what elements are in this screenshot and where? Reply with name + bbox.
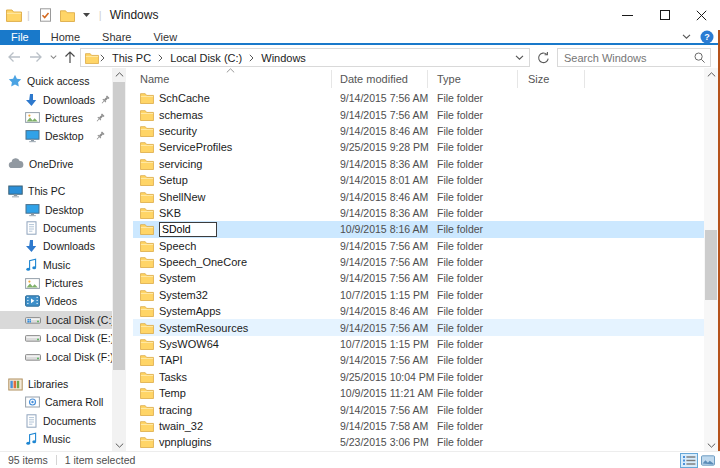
sidebar-item-music[interactable]: Music xyxy=(0,430,112,448)
sidebar-item-libraries[interactable]: Libraries xyxy=(0,375,112,393)
sidebar-item-pictures[interactable]: Pictures xyxy=(0,274,112,292)
file-row-speech-onecore[interactable]: Speech_OneCore9/14/2015 7:56 AMFile fold… xyxy=(133,254,704,270)
address-bar[interactable]: This PCLocal Disk (C:)Windows xyxy=(80,48,530,67)
sidebar-item-documents[interactable]: Documents xyxy=(0,219,112,237)
sidebar-item-documents[interactable]: Documents xyxy=(0,412,112,430)
rename-input[interactable] xyxy=(159,222,217,237)
breadcrumb-local-disk-c[interactable]: Local Disk (C:) xyxy=(164,52,248,64)
file-row-schemas[interactable]: schemas9/14/2015 7:56 AMFile folder xyxy=(133,106,704,122)
file-row-temp[interactable]: Temp10/9/2015 11:21 AMFile folder xyxy=(133,385,704,401)
sidebar-item-downloads[interactable]: Downloads xyxy=(0,90,112,108)
file-name-cell: schemas xyxy=(133,109,332,121)
file-row-sdold[interactable]: 10/9/2015 8:16 AMFile folder xyxy=(133,221,704,237)
sidebar-item-quick-access[interactable]: Quick access xyxy=(0,72,112,90)
refresh-button[interactable] xyxy=(534,48,553,67)
recent-locations-chevron-icon[interactable] xyxy=(50,55,57,59)
file-row-servicing[interactable]: servicing9/14/2015 8:36 AMFile folder xyxy=(133,156,704,172)
file-name-cell: SystemResources xyxy=(133,322,332,334)
sidebar-item-local-disk-f[interactable]: Local Disk (F:) xyxy=(0,347,112,365)
file-name-cell: SKB xyxy=(133,207,332,219)
list-scrollbar-thumb[interactable] xyxy=(705,230,717,300)
qat-new-folder-button[interactable] xyxy=(60,9,75,22)
folder-small-icon xyxy=(140,272,154,284)
sidebar-scrollbar-thumb[interactable] xyxy=(113,82,125,370)
sidebar-item-local-disk-e[interactable]: Local Disk (E:) xyxy=(0,329,112,347)
sidebar-scrollbar[interactable] xyxy=(112,68,126,452)
file-row-syswow64[interactable]: SysWOW6410/7/2015 1:15 PMFile folder xyxy=(133,336,704,352)
file-list-scrollbar[interactable] xyxy=(704,68,718,452)
file-row-security[interactable]: security9/14/2015 8:46 AMFile folder xyxy=(133,123,704,139)
list-scroll-up-icon[interactable] xyxy=(704,68,718,81)
breadcrumb: This PCLocal Disk (C:)Windows xyxy=(99,52,312,64)
qat-customize-chevron-icon[interactable] xyxy=(83,13,90,17)
thumbnails-view-button[interactable] xyxy=(699,453,717,468)
qat-properties-button[interactable] xyxy=(39,8,52,22)
minimize-button[interactable] xyxy=(609,0,646,30)
ribbon-expand-chevron-icon[interactable] xyxy=(682,34,691,39)
tab-home[interactable]: Home xyxy=(40,30,91,43)
file-date-cell: 9/14/2015 7:56 AM xyxy=(332,272,428,284)
sidebar-item-music[interactable]: Music xyxy=(0,256,112,274)
file-row-twain-32[interactable]: twain_329/14/2015 7:58 AMFile folder xyxy=(133,418,704,434)
sidebar-item-onedrive[interactable]: OneDrive xyxy=(0,155,112,173)
file-row-speech[interactable]: Speech9/14/2015 7:56 AMFile folder xyxy=(133,238,704,254)
forward-button[interactable] xyxy=(28,50,44,64)
computer-icon xyxy=(8,184,23,198)
sidebar-item-pictures[interactable]: Pictures xyxy=(0,109,112,127)
file-date-cell: 9/14/2015 7:56 AM xyxy=(332,109,428,121)
file-row-systemapps[interactable]: SystemApps9/14/2015 8:46 AMFile folder xyxy=(133,303,704,319)
tab-share[interactable]: Share xyxy=(91,30,142,43)
breadcrumb-this-pc[interactable]: This PC xyxy=(106,52,157,64)
close-button[interactable] xyxy=(683,0,720,30)
sidebar-group-quick-access: Quick accessDownloadsPicturesDesktop xyxy=(0,72,112,146)
file-date-cell: 10/7/2015 1:15 PM xyxy=(332,289,428,301)
details-view-button[interactable] xyxy=(680,453,698,468)
tab-view[interactable]: View xyxy=(142,30,188,43)
help-icon[interactable]: ? xyxy=(700,30,714,44)
file-row-system[interactable]: System9/14/2015 7:56 AMFile folder xyxy=(133,270,704,286)
sidebar-item-desktop[interactable]: Desktop xyxy=(0,127,112,145)
folder-small-icon xyxy=(140,125,154,137)
file-row-tasks[interactable]: Tasks9/25/2015 10:04 PMFile folder xyxy=(133,369,704,385)
file-type-cell: File folder xyxy=(428,436,518,448)
file-type-cell: File folder xyxy=(428,272,518,284)
maximize-button[interactable] xyxy=(646,0,683,30)
file-row-systemresources[interactable]: SystemResources9/14/2015 7:56 AMFile fol… xyxy=(133,319,704,335)
column-header-date-modified[interactable]: Date modified xyxy=(332,70,428,88)
file-name: TAPI xyxy=(159,354,183,366)
tab-file[interactable]: File xyxy=(0,30,40,43)
file-row-vpnplugins[interactable]: vpnplugins5/23/2015 3:06 PMFile folder xyxy=(133,434,704,450)
column-header-size[interactable]: Size xyxy=(518,70,585,88)
file-row-setup[interactable]: Setup9/14/2015 8:01 AMFile folder xyxy=(133,172,704,188)
file-type-cell: File folder xyxy=(428,404,518,416)
sidebar-item-this-pc[interactable]: This PC xyxy=(0,182,112,200)
sidebar-item-local-disk-c[interactable]: Local Disk (C:) xyxy=(0,311,112,329)
file-name-cell: vpnplugins xyxy=(133,436,332,448)
sidebar-scroll-up-icon[interactable] xyxy=(112,68,126,81)
file-row-skb[interactable]: SKB9/14/2015 8:36 AMFile folder xyxy=(133,205,704,221)
back-button[interactable] xyxy=(6,50,22,64)
column-header-type[interactable]: Type xyxy=(428,70,518,88)
file-row-system32[interactable]: System3210/7/2015 1:15 PMFile folder xyxy=(133,287,704,303)
search-icon[interactable] xyxy=(693,51,706,64)
address-dropdown-chevron-icon[interactable] xyxy=(515,55,524,60)
sidebar-item-videos[interactable]: Videos xyxy=(0,292,112,310)
sidebar-item-label: Local Disk (C:) xyxy=(46,314,112,326)
breadcrumb-windows[interactable]: Windows xyxy=(255,52,312,64)
file-row-shellnew[interactable]: ShellNew9/14/2015 8:46 AMFile folder xyxy=(133,188,704,204)
details-view-icon xyxy=(683,455,696,466)
file-name: System32 xyxy=(159,289,208,301)
sidebar-item-label: Desktop xyxy=(45,204,84,216)
file-row-serviceprofiles[interactable]: ServiceProfiles9/25/2015 9:28 PMFile fol… xyxy=(133,139,704,155)
file-row-schcache[interactable]: SchCache9/14/2015 7:56 AMFile folder xyxy=(133,90,704,106)
search-input[interactable] xyxy=(558,52,693,64)
sidebar-item-camera-roll[interactable]: Camera Roll xyxy=(0,393,112,411)
up-button[interactable] xyxy=(63,50,77,64)
thumbnails-view-icon xyxy=(701,455,715,466)
file-row-tapi[interactable]: TAPI9/14/2015 7:56 AMFile folder xyxy=(133,352,704,368)
sidebar-item-desktop[interactable]: Desktop xyxy=(0,200,112,218)
file-row-tracing[interactable]: tracing9/14/2015 7:56 AMFile folder xyxy=(133,401,704,417)
folder-small-icon xyxy=(140,387,154,399)
sidebar-item-downloads[interactable]: Downloads xyxy=(0,237,112,255)
title-separator: | xyxy=(99,9,102,21)
